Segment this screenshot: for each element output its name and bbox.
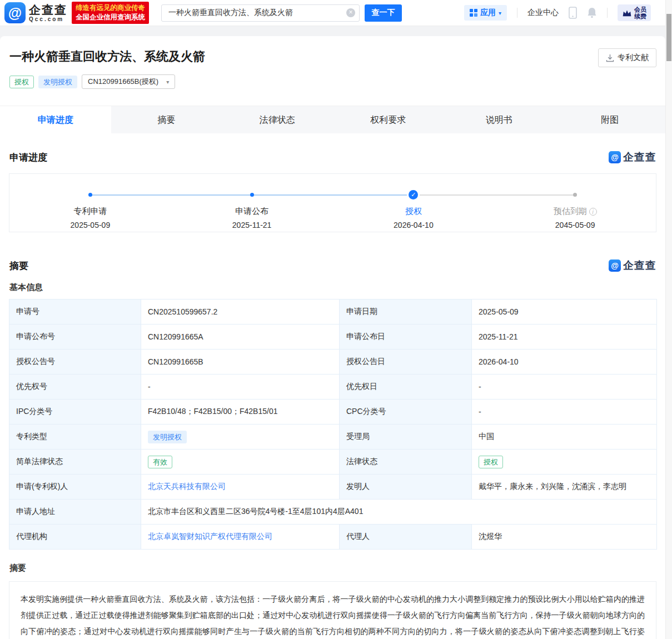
table-row: IPC分类号 F42B10/48；F42B15/00；F42B15/01 CPC…: [9, 400, 657, 425]
field-label: 申请号: [9, 299, 141, 325]
tab-application-progress[interactable]: 申请进度: [0, 106, 111, 133]
field-value: CN202510599657.2: [141, 299, 340, 325]
timeline-step-publication: 申请公布 2025-11-21: [171, 190, 333, 229]
patent-number-select[interactable]: CN120991665B(授权) ▾: [82, 74, 175, 89]
notifications-button[interactable]: [587, 7, 597, 18]
slogan-line-2: 全国企业信用查询系统: [76, 13, 145, 22]
field-value: 2025-05-09: [472, 299, 657, 325]
search-input[interactable]: [161, 4, 360, 22]
field-value: 戴华平，康永来，刘兴隆，沈涌滨，李志明: [472, 475, 657, 500]
patent-document-button[interactable]: 专利文献: [598, 48, 656, 67]
table-row: 优先权号 - 优先权日 -: [9, 375, 657, 400]
search-button[interactable]: 查一下: [365, 4, 402, 22]
qcc-watermark: @ 企查查: [609, 150, 656, 164]
timeline-step-grant: ✓ 授权 2026-04-10: [333, 190, 495, 229]
field-value: 中国: [472, 425, 657, 450]
agency-link[interactable]: 北京卓岚智财知识产权代理有限公司: [148, 532, 272, 541]
page-scrollbar[interactable]: [665, 0, 672, 639]
table-row: 申请(专利权)人 北京天兵科技有限公司 发明人 戴华平，康永来，刘兴隆，沈涌滨，…: [9, 475, 657, 500]
field-label: CPC分类号: [340, 400, 472, 425]
basic-info-table: 申请号 CN202510599657.2 申请日期 2025-05-09 申请公…: [9, 299, 657, 550]
scrollbar-thumb[interactable]: [666, 14, 671, 61]
member-label-line1: 会员: [634, 6, 646, 13]
divider: [517, 8, 517, 18]
progress-section-title: 申请进度: [9, 151, 47, 164]
table-row: 申请人地址 北京市丰台区和义西里二区36号院4号楼-1至4层101内4层A401: [9, 500, 657, 525]
qcc-watermark: @ 企查查: [609, 258, 656, 273]
search-area: × 查一下: [161, 4, 402, 22]
timeline-step-date: 2025-05-09: [71, 221, 111, 229]
table-row: 代理机构 北京卓岚智财知识产权代理有限公司 代理人 沈煜华: [9, 525, 657, 550]
tab-claims[interactable]: 权利要求: [333, 106, 444, 133]
field-label: 授权公告号: [9, 350, 141, 375]
qcc-logo[interactable]: @ 企查查 Qcc.com 缔造有远见的商业传奇 全国企业信用查询系统: [4, 2, 149, 24]
chevron-down-icon: ▾: [166, 79, 169, 85]
mobile-app-button[interactable]: [569, 7, 577, 19]
field-label: 专利类型: [9, 425, 141, 450]
field-value: 沈煜华: [472, 525, 657, 550]
field-label: 申请人地址: [9, 500, 141, 525]
timeline-step-label: 预估到期: [554, 206, 587, 217]
abstract-text: 本发明实施例提供一种火箭垂直回收方法、系统及火箭，该方法包括：一子级火箭分离后，…: [9, 581, 656, 639]
field-value: 2026-04-10: [472, 350, 657, 375]
table-row: 申请号 CN202510599657.2 申请日期 2025-05-09: [9, 299, 657, 325]
member-renew-button[interactable]: 会员 续费: [618, 4, 651, 21]
check-icon: ✓: [409, 190, 418, 199]
table-row: 授权公告号 CN120991665B 授权公告日 2026-04-10: [9, 350, 657, 375]
field-value: -: [472, 375, 657, 400]
tab-figures[interactable]: 附图: [555, 106, 666, 133]
field-label: 简单法律状态: [9, 450, 141, 475]
field-value: -: [141, 375, 340, 400]
patent-number-value: CN120991665B(授权): [88, 77, 158, 87]
qcc-watermark-text: 企查查: [623, 150, 656, 164]
crown-icon: [622, 9, 632, 17]
info-icon[interactable]: i: [589, 208, 597, 216]
tab-abstract[interactable]: 摘要: [111, 106, 222, 133]
basic-info-title: 基本信息: [9, 282, 665, 293]
brand-slogan: 缔造有远见的商业传奇 全国企业信用查询系统: [72, 2, 149, 24]
tab-bar: 申请进度 摘要 法律状态 权利要求 说明书 附图: [0, 106, 665, 133]
app-menu-label: 应用: [480, 8, 496, 18]
timeline-step-estimated-expiry: 预估到期 i 2045-05-09: [494, 190, 656, 229]
patent-type-badge: 发明授权: [148, 431, 187, 443]
field-label: 代理人: [340, 525, 472, 550]
timeline-dot: [573, 193, 577, 197]
timeline-step-date: 2025-11-21: [232, 221, 272, 229]
table-row: 专利类型 发明授权 受理局 中国: [9, 425, 657, 450]
applicant-link[interactable]: 北京天兵科技有限公司: [148, 482, 226, 491]
field-label: 法律状态: [340, 450, 472, 475]
tab-legal-status[interactable]: 法律状态: [222, 106, 333, 133]
field-label: 授权公告日: [340, 350, 472, 375]
field-value: -: [472, 400, 657, 425]
status-badge: 授权: [9, 76, 34, 88]
field-value: 2025-11-21: [472, 325, 657, 350]
timeline-step-label: 申请公布: [235, 206, 268, 217]
timeline-step-date: 2045-05-09: [555, 221, 595, 229]
field-label: 优先权日: [340, 375, 472, 400]
app-menu-button[interactable]: 应用 ▾: [464, 5, 507, 21]
member-label-line2: 续费: [634, 13, 646, 19]
bell-icon: [587, 7, 597, 18]
field-label: IPC分类号: [9, 400, 141, 425]
timeline-step-label: 授权: [405, 206, 422, 217]
field-label: 申请公布号: [9, 325, 141, 350]
table-row: 申请公布号 CN120991665A 申请公布日 2025-11-21: [9, 325, 657, 350]
mobile-icon: [569, 7, 577, 19]
chevron-down-icon: ▾: [499, 10, 501, 16]
field-label: 优先权号: [9, 375, 141, 400]
patent-title: 一种火箭垂直回收方法、系统及火箭: [9, 48, 205, 65]
timeline-dot: [88, 193, 92, 197]
status-badge: 授权: [479, 456, 503, 468]
tab-description[interactable]: 说明书: [444, 106, 555, 133]
patent-document-label: 专利文献: [618, 53, 649, 63]
slogan-line-1: 缔造有远见的商业传奇: [76, 3, 145, 13]
patent-type-badge: 发明授权: [38, 76, 77, 88]
qcc-logo-icon: @: [4, 2, 26, 23]
grid-icon: [470, 9, 477, 17]
search-clear-icon[interactable]: ×: [346, 8, 355, 17]
qcc-logo-text: 企查查 Qcc.com: [29, 4, 67, 22]
enterprise-center-link[interactable]: 企业中心: [527, 8, 559, 18]
field-value: CN120991665B: [141, 350, 340, 375]
field-value: 北京市丰台区和义西里二区36号院4号楼-1至4层101内4层A401: [141, 500, 657, 525]
table-row: 简单法律状态 有效 法律状态 授权: [9, 450, 657, 475]
